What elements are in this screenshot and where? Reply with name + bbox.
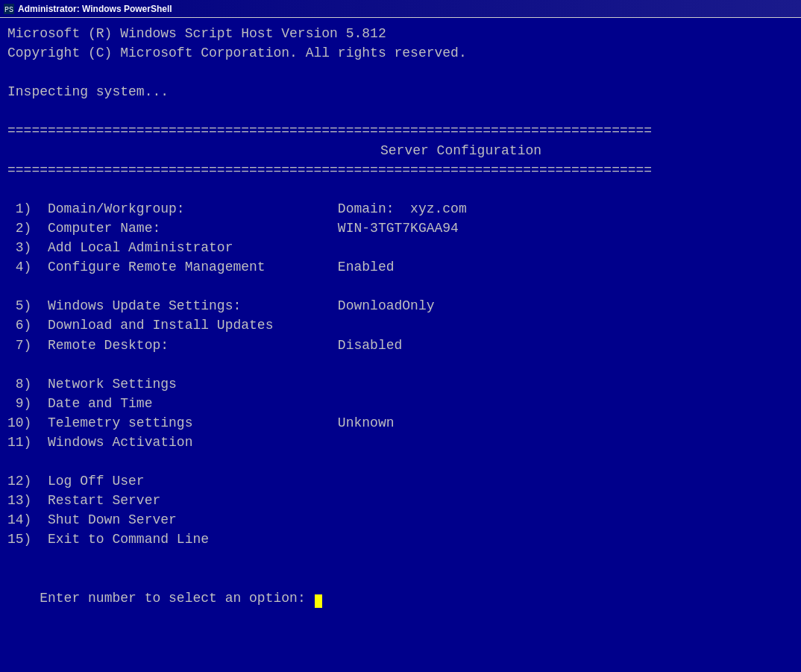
line-blank-5	[7, 355, 794, 374]
title-bar-text: Administrator: Windows PowerShell	[18, 4, 172, 14]
menu-item-4: 4) Configure Remote Management Enabled	[7, 257, 794, 277]
menu-item-6: 6) Download and Install Updates	[7, 315, 794, 335]
separator-top: ========================================…	[7, 121, 794, 140]
powershell-icon: PS	[3, 3, 15, 15]
menu-item-14: 14) Shut Down Server	[7, 510, 794, 530]
menu-item-15: 15) Exit to Command Line	[7, 530, 794, 549]
line-blank-2	[7, 101, 794, 121]
line-copyright: Copyright (C) Microsoft Corporation. All…	[7, 43, 794, 63]
menu-item-12: 12) Log Off User	[7, 471, 794, 491]
line-blank-4	[7, 277, 794, 296]
cursor-blink	[315, 594, 322, 608]
menu-item-2: 2) Computer Name: WIN-3TGT7KGAA94	[7, 219, 794, 238]
menu-item-11: 11) Windows Activation	[7, 433, 794, 452]
line-script-host: Microsoft (R) Windows Script Host Versio…	[7, 24, 794, 43]
line-blank-6	[7, 452, 794, 471]
line-blank-3	[7, 180, 794, 199]
prompt-text: Enter number to select an option:	[40, 591, 313, 606]
line-blank-1	[7, 63, 794, 82]
menu-item-9: 9) Date and Time	[7, 394, 794, 413]
svg-text:PS: PS	[4, 6, 13, 14]
menu-item-13: 13) Restart Server	[7, 491, 794, 510]
server-config-title: Server Configuration	[7, 141, 794, 160]
prompt-line[interactable]: Enter number to select an option:	[7, 569, 794, 627]
menu-item-8: 8) Network Settings	[7, 374, 794, 394]
line-inspecting: Inspecting system...	[7, 82, 794, 101]
title-bar: PS Administrator: Windows PowerShell	[0, 0, 801, 18]
menu-item-7: 7) Remote Desktop: Disabled	[7, 336, 794, 355]
menu-item-5: 5) Windows Update Settings: DownloadOnly	[7, 296, 794, 315]
separator-bottom: ========================================…	[7, 160, 794, 180]
menu-item-1: 1) Domain/Workgroup: Domain: xyz.com	[7, 199, 794, 219]
menu-item-10: 10) Telemetry settings Unknown	[7, 413, 794, 433]
menu-item-3: 3) Add Local Administrator	[7, 238, 794, 257]
line-blank-7	[7, 550, 794, 569]
terminal[interactable]: Microsoft (R) Windows Script Host Versio…	[0, 18, 801, 672]
